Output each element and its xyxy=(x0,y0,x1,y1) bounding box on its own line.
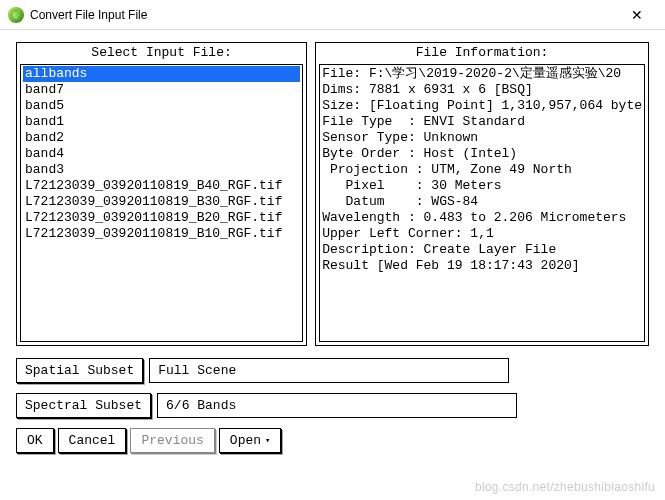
list-item[interactable]: band7 xyxy=(23,82,300,98)
previous-button-label: Previous xyxy=(141,433,203,448)
spectral-subset-row: Spectral Subset 6/6 Bands xyxy=(16,393,649,418)
previous-button: Previous xyxy=(130,428,214,453)
spectral-subset-value: 6/6 Bands xyxy=(157,393,517,418)
cancel-button[interactable]: Cancel xyxy=(58,428,127,453)
spectral-subset-button[interactable]: Spectral Subset xyxy=(16,393,151,418)
open-button-label: Open xyxy=(230,433,261,448)
ok-button[interactable]: OK xyxy=(16,428,54,453)
select-input-file-panel: Select Input File: allbandsband7band5ban… xyxy=(16,42,307,346)
file-information-text: File: F:\学习\2019-2020-2\定量遥感实验\20 Dims: … xyxy=(319,64,645,342)
spatial-subset-value: Full Scene xyxy=(149,358,509,383)
select-input-file-title: Select Input File: xyxy=(17,43,306,62)
list-item[interactable]: band5 xyxy=(23,98,300,114)
window-title: Convert File Input File xyxy=(30,8,147,22)
dialog-content: Select Input File: allbandsband7band5ban… xyxy=(0,30,665,461)
open-button[interactable]: Open ▾ xyxy=(219,428,282,453)
list-item[interactable]: L72123039_03920110819_B20_RGF.tif xyxy=(23,210,300,226)
list-item[interactable]: L72123039_03920110819_B10_RGF.tif xyxy=(23,226,300,242)
list-item[interactable]: L72123039_03920110819_B30_RGF.tif xyxy=(23,194,300,210)
list-item[interactable]: L72123039_03920110819_B40_RGF.tif xyxy=(23,178,300,194)
file-information-title: File Information: xyxy=(316,43,648,62)
spatial-subset-row: Spatial Subset Full Scene xyxy=(16,358,649,383)
watermark: blog.csdn.net/zhebushibiaoshifu xyxy=(475,480,655,494)
close-icon[interactable]: ✕ xyxy=(617,7,657,23)
file-information-panel: File Information: File: F:\学习\2019-2020-… xyxy=(315,42,649,346)
list-item[interactable]: band3 xyxy=(23,162,300,178)
list-item[interactable]: band2 xyxy=(23,130,300,146)
list-item[interactable]: allbands xyxy=(23,66,300,82)
spatial-subset-button[interactable]: Spatial Subset xyxy=(16,358,143,383)
list-item[interactable]: band4 xyxy=(23,146,300,162)
cancel-button-label: Cancel xyxy=(69,433,116,448)
button-row: OK Cancel Previous Open ▾ xyxy=(16,428,649,453)
ok-button-label: OK xyxy=(27,433,43,448)
app-icon xyxy=(8,7,24,23)
list-item[interactable]: band1 xyxy=(23,114,300,130)
chevron-down-icon: ▾ xyxy=(265,435,270,446)
file-list[interactable]: allbandsband7band5band1band2band4band3L7… xyxy=(20,64,303,342)
titlebar: Convert File Input File ✕ xyxy=(0,0,665,30)
